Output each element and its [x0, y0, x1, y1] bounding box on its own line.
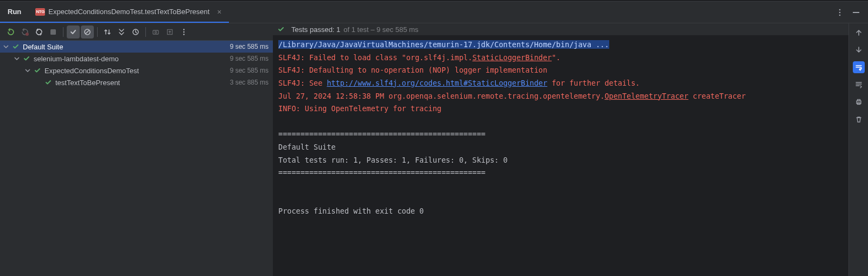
- tool-window-tabs: Run NTG ExpectedConditionsDemoTest.testT…: [0, 2, 868, 23]
- tree-node-class[interactable]: ExpectedConditionsDemoTest 9 sec 585 ms: [0, 65, 273, 76]
- tree-node-time: 9 sec 585 ms: [230, 43, 269, 50]
- test-passed-icon: [34, 67, 41, 74]
- chevron-down-icon[interactable]: [14, 56, 23, 61]
- tree-node-time: 9 sec 585 ms: [230, 55, 269, 62]
- chevron-down-icon[interactable]: [3, 44, 12, 49]
- minimize-icon[interactable]: [852, 8, 860, 17]
- tree-node-time: 9 sec 585 ms: [230, 67, 269, 74]
- show-ignored-icon[interactable]: [81, 25, 94, 38]
- tab-run[interactable]: Run: [0, 2, 29, 23]
- tests-summary: Tests passed: 1 of 1 test – 9 sec 585 ms: [273, 23, 848, 35]
- soft-wrap-icon[interactable]: [853, 61, 865, 73]
- console-cmd: /Library/Java/JavaVirtualMachines/temuri…: [278, 40, 609, 49]
- console-gutter: [848, 23, 868, 276]
- toggle-auto-test-icon[interactable]: [33, 25, 46, 38]
- tree-node-module[interactable]: selenium-lambdatest-demo 9 sec 585 ms: [0, 53, 273, 65]
- import-tests-icon[interactable]: [149, 25, 162, 38]
- svg-point-14: [183, 34, 184, 35]
- more-options-icon[interactable]: [835, 8, 844, 17]
- tab-run-label: Run: [8, 8, 21, 16]
- scroll-up-icon[interactable]: [853, 27, 865, 38]
- more-icon[interactable]: [177, 25, 190, 38]
- tree-node-label: selenium-lambdatest-demo: [34, 55, 230, 63]
- svg-point-4: [25, 33, 29, 36]
- expand-all-icon[interactable]: [115, 25, 128, 38]
- tab-run-config-label: ExpectedConditionsDemoTest.testTextToBeP…: [48, 8, 209, 16]
- tree-node-label: testTextToBePresent: [55, 79, 230, 87]
- collapse-all-icon[interactable]: [129, 25, 142, 38]
- test-passed-icon: [277, 25, 285, 33]
- tab-run-config[interactable]: NTG ExpectedConditionsDemoTest.testTextT…: [29, 2, 229, 23]
- test-passed-icon: [12, 43, 20, 50]
- scroll-to-end-icon[interactable]: [853, 79, 865, 91]
- tree-node-label: ExpectedConditionsDemoTest: [44, 67, 230, 75]
- export-tests-icon[interactable]: [163, 25, 176, 38]
- stop-icon[interactable]: [47, 25, 60, 38]
- show-passed-icon[interactable]: [67, 25, 80, 38]
- svg-point-0: [839, 9, 841, 10]
- svg-point-1: [839, 11, 841, 13]
- console-output[interactable]: /Library/Java/JavaVirtualMachines/temuri…: [273, 35, 848, 276]
- test-toolbar: [0, 23, 273, 41]
- testng-file-icon: NTG: [35, 8, 45, 16]
- svg-rect-5: [50, 29, 56, 35]
- sort-icon[interactable]: [101, 25, 114, 38]
- print-icon[interactable]: [853, 96, 865, 108]
- tests-passed-label: Tests passed: 1: [291, 25, 340, 34]
- rerun-icon[interactable]: [4, 25, 17, 38]
- svg-rect-3: [853, 12, 859, 13]
- svg-point-2: [839, 14, 841, 16]
- tree-node-label: Default Suite: [23, 43, 230, 51]
- svg-line-7: [86, 30, 90, 34]
- svg-rect-9: [153, 30, 158, 34]
- close-icon[interactable]: ×: [213, 8, 222, 16]
- svg-rect-16: [857, 100, 860, 101]
- tree-node-time: 3 sec 885 ms: [230, 79, 269, 86]
- test-passed-icon: [23, 55, 30, 62]
- tree-node-test[interactable]: testTextToBePresent 3 sec 885 ms: [0, 76, 273, 88]
- clear-all-icon[interactable]: [853, 113, 865, 125]
- svg-point-12: [183, 29, 184, 30]
- svg-point-13: [183, 31, 184, 32]
- test-tree: Default Suite 9 sec 585 ms selenium-lamb…: [0, 41, 273, 276]
- scroll-down-icon[interactable]: [853, 44, 865, 56]
- chevron-down-icon[interactable]: [25, 68, 34, 73]
- console-link[interactable]: http://www.slf4j.org/codes.html#StaticLo…: [327, 79, 547, 87]
- tests-summary-rest: of 1 test – 9 sec 585 ms: [343, 25, 418, 34]
- test-passed-icon: [44, 79, 52, 86]
- tree-node-suite[interactable]: Default Suite 9 sec 585 ms: [0, 41, 273, 53]
- svg-point-10: [155, 31, 156, 33]
- rerun-failed-icon[interactable]: [18, 25, 31, 38]
